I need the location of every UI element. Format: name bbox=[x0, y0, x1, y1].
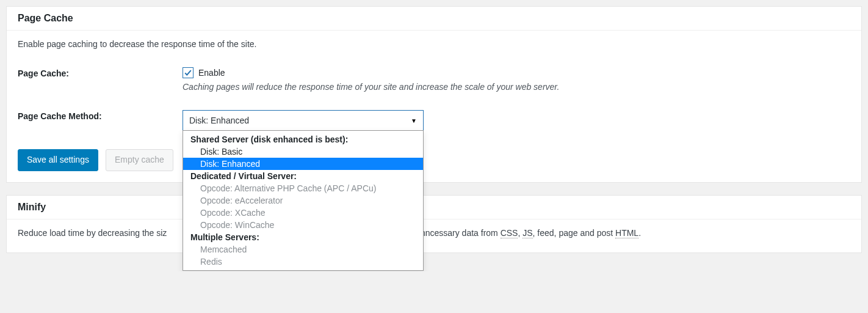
page-cache-enable-checkbox-wrap[interactable]: Enable bbox=[183, 67, 850, 78]
page-cache-method-label: Page Cache Method: bbox=[18, 110, 183, 131]
option-group: Dedicated / Virtual Server: bbox=[183, 170, 423, 182]
chevron-down-icon: ▼ bbox=[411, 117, 417, 124]
page-cache-enable-hint: Caching pages will reduce the response t… bbox=[183, 82, 850, 92]
page-cache-buttons: Save all settings Empty cache bbox=[18, 149, 850, 171]
page-cache-method-selected-value: Disk: Enhanced bbox=[189, 116, 249, 125]
check-icon bbox=[184, 68, 192, 77]
option-group: Shared Server (disk enhanced is best): bbox=[183, 133, 423, 145]
page-cache-panel: Page Cache Enable page caching to decrea… bbox=[6, 6, 862, 183]
page-cache-method-control: Disk: Enhanced ▼ Shared Server (disk enh… bbox=[183, 110, 850, 131]
minify-header: Minify bbox=[7, 196, 861, 219]
page-cache-method-row: Page Cache Method: Disk: Enhanced ▼ Shar… bbox=[18, 110, 850, 131]
select-option: Memcached bbox=[183, 243, 423, 256]
select-option: Redis bbox=[183, 256, 423, 268]
page-cache-enable-checkbox-label: Enable bbox=[198, 68, 225, 78]
abbr-js: JS bbox=[523, 228, 532, 238]
minify-title: Minify bbox=[18, 202, 850, 213]
page-cache-body: Enable page caching to decrease the resp… bbox=[7, 31, 861, 182]
page-cache-description: Enable page caching to decrease the resp… bbox=[18, 39, 850, 49]
select-option[interactable]: Disk: Basic bbox=[183, 145, 423, 158]
minify-description: Reduce load time by decreasing the siz u… bbox=[18, 228, 850, 238]
minify-desc-part1: Reduce load time by decreasing the siz bbox=[18, 228, 167, 238]
page-cache-method-dropdown[interactable]: Shared Server (disk enhanced is best):Di… bbox=[183, 130, 424, 271]
select-option: Opcode: WinCache bbox=[183, 219, 423, 231]
page-cache-title: Page Cache bbox=[18, 13, 850, 24]
abbr-css: CSS bbox=[501, 228, 518, 238]
minify-desc-part2: unncessary data from bbox=[416, 228, 501, 238]
minify-body: Reduce load time by decreasing the siz u… bbox=[7, 219, 861, 252]
page-cache-header: Page Cache bbox=[7, 7, 861, 31]
select-option[interactable]: Disk: Enhanced bbox=[183, 158, 423, 170]
abbr-html: HTML bbox=[615, 228, 638, 238]
page-cache-enable-label: Page Cache: bbox=[18, 67, 183, 92]
page-cache-enable-checkbox[interactable] bbox=[183, 67, 193, 78]
page-cache-enable-row: Page Cache: Enable Caching pages will re… bbox=[18, 67, 850, 92]
select-option: Opcode: Alternative PHP Cache (APC / APC… bbox=[183, 182, 423, 194]
save-all-settings-button[interactable]: Save all settings bbox=[18, 149, 98, 171]
option-group: Multiple Servers: bbox=[183, 231, 423, 243]
minify-panel: Minify Reduce load time by decreasing th… bbox=[6, 195, 862, 253]
select-option: Opcode: XCache bbox=[183, 207, 423, 219]
select-option: Opcode: eAccelerator bbox=[183, 194, 423, 207]
empty-cache-button[interactable]: Empty cache bbox=[106, 149, 173, 171]
page-cache-enable-control: Enable Caching pages will reduce the res… bbox=[183, 67, 850, 92]
page-cache-method-select[interactable]: Disk: Enhanced ▼ bbox=[183, 110, 424, 131]
